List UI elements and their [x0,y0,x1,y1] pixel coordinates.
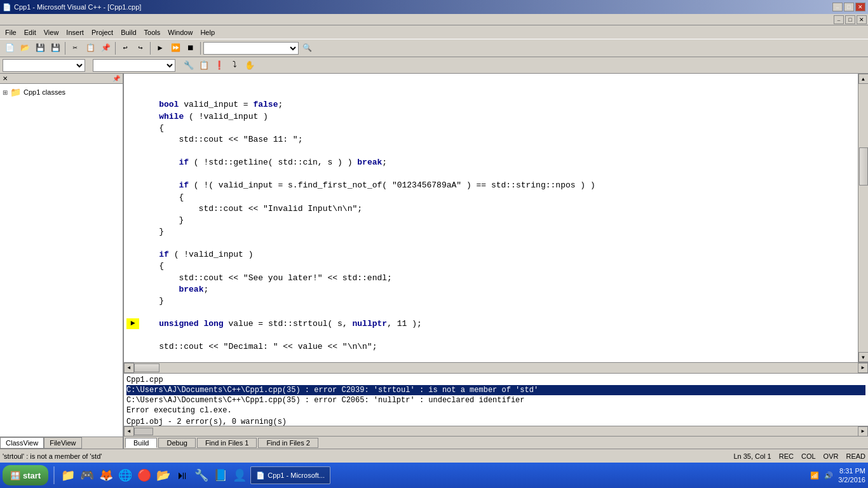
horizontal-scrollbar[interactable]: ◄ ► [124,362,868,372]
code-line: } [126,295,855,307]
dbg1-btn[interactable]: ▶ [153,41,167,55]
tab-find2[interactable]: Find in Files 2 [258,438,318,448]
menu-view[interactable]: View [40,27,63,37]
t2-btn3[interactable]: ❗ [212,58,226,72]
close-button[interactable]: ✕ [855,3,865,11]
inner-minimize-button[interactable]: – [834,15,844,24]
menu-file[interactable]: File [1,27,20,37]
output-error-line[interactable]: C:\Users\AJ\Documents\C++\Cpp1.cpp(35) :… [126,385,865,395]
find-btn[interactable]: 🔍 [300,41,314,55]
menu-edit[interactable]: Edit [20,27,40,37]
scroll-track[interactable] [858,84,869,352]
line-text: } [139,226,164,238]
start-label: start [23,471,41,480]
out-scroll-left[interactable]: ◄ [124,426,134,437]
menu-insert[interactable]: Insert [62,27,88,37]
start-icon: 🪟 [10,471,20,480]
line-text: { [139,123,164,134]
left-panel: ✕ 📌 ⊞ 📁 Cpp1 classes ClassView FileView [0,74,124,449]
copy-btn[interactable]: 📋 [83,41,97,55]
taskbar-active-item[interactable]: 📄 Cpp1 - Microsoft... [250,466,330,484]
line-text: if ( !valid_input ) [139,249,253,261]
scroll-h-thumb[interactable] [134,363,159,372]
tab-fileview[interactable]: FileView [44,437,81,449]
taskbar-icon-firefox[interactable]: 🦊 [98,467,114,484]
line-text: { [139,261,164,272]
dbg3-btn[interactable]: ⏹ [184,41,198,55]
code-line [126,330,855,341]
taskbar-icon-user[interactable]: 👤 [231,467,248,484]
save-btn[interactable]: 💾 [33,41,47,55]
save-all-btn[interactable]: 💾 [48,41,62,55]
code-line: } [126,226,855,238]
tab-build[interactable]: Build [125,438,157,448]
tab-debug[interactable]: Debug [158,438,195,448]
taskbar-right: 📶 🔊 8:31 PM 3/2/2016 [810,466,865,485]
tab-classview[interactable]: ClassView [0,437,44,449]
output-error-line[interactable]: Error executing cl.exe. [126,405,865,416]
taskbar-icon-folder[interactable]: 📂 [155,467,172,484]
code-line: { [126,123,855,134]
vertical-scrollbar[interactable]: ▲ ▼ [858,74,868,362]
line-text: if ( !( valid_input = s.find_first_not_o… [139,180,595,191]
code-line [126,168,855,180]
scroll-right-btn[interactable]: ► [858,363,868,373]
menu-window[interactable]: Window [164,27,196,37]
menu-build[interactable]: Build [117,27,140,37]
dbg2-btn[interactable]: ⏩ [168,41,182,55]
left-panel-pin[interactable]: 📌 [112,75,120,82]
menu-tools[interactable]: Tools [140,27,165,37]
t2-btn1[interactable]: 🔧 [182,58,196,72]
code-line: } [126,215,855,226]
scroll-h-track[interactable] [134,363,858,373]
scroll-up-btn[interactable]: ▲ [858,74,869,84]
t2-btn2[interactable]: 📋 [197,58,211,72]
inner-restore-button[interactable]: □ [845,15,855,24]
scope-combo[interactable] [3,59,85,72]
redo-btn[interactable]: ↪ [133,41,147,55]
code-editor[interactable]: bool valid_input = false; while ( !valid… [124,74,858,362]
taskbar-icon-explorer[interactable]: 📁 [60,467,76,484]
cut-btn[interactable]: ✂ [68,41,82,55]
taskbar-icon-opera[interactable]: 🔴 [136,467,153,484]
t2-sep [86,58,92,72]
sep4 [200,42,201,55]
start-button[interactable]: 🪟 start [3,465,48,485]
t2-btn5[interactable]: ✋ [243,58,257,72]
taskbar-sep [53,466,55,484]
taskbar-icon-tool[interactable]: 🔧 [193,467,210,484]
taskbar-icon-chrome[interactable]: 🌐 [117,467,133,484]
status-message: 'strtoul' : is not a member of 'std' [3,452,102,460]
restore-button[interactable]: □ [844,3,854,11]
tree-root[interactable]: ⊞ 📁 Cpp1 classes [3,86,120,98]
menu-help[interactable]: Help [196,27,219,37]
taskbar-icon-vs[interactable]: 📘 [212,467,229,484]
sep2 [115,42,116,55]
scroll-down-btn[interactable]: ▼ [858,352,869,362]
undo-btn[interactable]: ↩ [118,41,132,55]
inner-close-button[interactable]: ✕ [857,15,867,24]
taskbar-icon-media[interactable]: ⏯ [174,467,191,484]
taskbar-wifi-icon: 📶 [810,471,819,480]
menu-project[interactable]: Project [88,27,117,37]
open-btn[interactable]: 📂 [18,41,32,55]
left-panel-close[interactable]: ✕ [3,75,8,82]
output-error-line[interactable]: Cpp1.obj - 2 error(s), 0 warning(s) [126,417,865,426]
config-combo[interactable] [203,42,299,55]
scroll-left-btn[interactable]: ◄ [124,363,134,373]
new-btn[interactable]: 📄 [3,41,17,55]
taskbar-vol-icon: 🔊 [824,471,833,480]
output-error-line[interactable]: C:\Users\AJ\Documents\C++\Cpp1.cpp(35) :… [126,395,865,405]
scroll-thumb[interactable] [859,147,868,186]
taskbar-icon-steam[interactable]: 🎮 [79,467,95,484]
out-scroll-right[interactable]: ► [858,426,868,437]
paste-btn[interactable]: 📌 [98,41,112,55]
title-bar: 📄 Cpp1 - Microsoft Visual C++ - [Cpp1.cp… [0,0,868,14]
member-combo[interactable] [93,59,175,72]
minimize-button[interactable]: – [832,3,843,11]
code-line: { [126,192,855,203]
line-text: { [139,192,184,203]
sep1 [65,42,65,55]
t2-btn4[interactable]: ⤵ [227,58,241,72]
tab-find1[interactable]: Find in Files 1 [197,438,257,448]
